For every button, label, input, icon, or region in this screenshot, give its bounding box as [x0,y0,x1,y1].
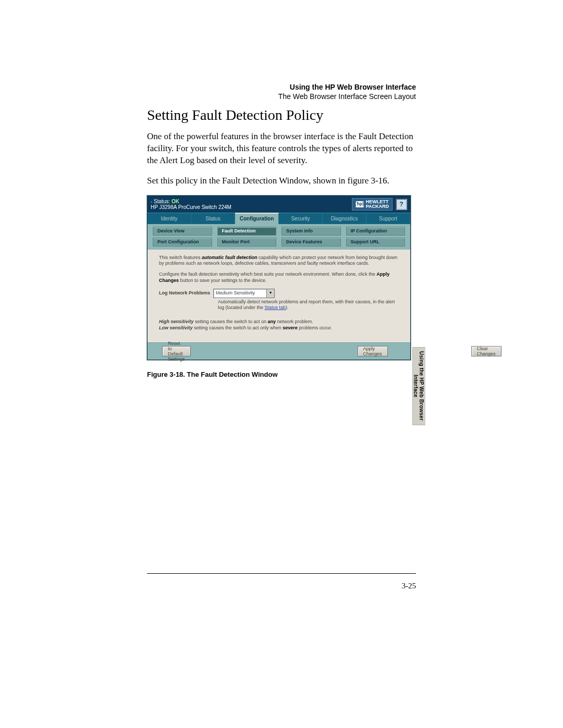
panel-content: This switch features automatic fault det… [148,250,410,335]
thumb-tab: Using the HP Web Browser Interface [412,347,425,425]
apply-button[interactable]: Apply Changes [358,346,388,356]
text-fragment: problems occur. [298,325,332,330]
figure-caption: Figure 3-18. The Fault Detection Window [147,371,423,378]
text-fragment-bold: severe [283,325,298,330]
body-paragraph-2: Set this policy in the Fault Detection W… [147,175,423,187]
button-bar: Reset to Default Settings Apply Changes … [148,342,410,360]
status-line: - Status: OK [151,199,231,204]
reset-button[interactable]: Reset to Default Settings [162,346,191,356]
text-fragment: Automatically detect network problems an… [218,299,395,310]
text-fragment: setting causes the switch to act only wh… [193,325,283,330]
text-fragment-bold: automatic fault detection [202,255,258,260]
sensitivity-notes: High sensitivity setting causes the swit… [159,319,399,331]
subtab-ip-configuration[interactable]: IP Configuration [346,227,406,236]
tab-identity[interactable]: Identity [148,213,191,224]
sub-tabs: Device View Fault Detection System Info … [148,224,410,250]
tab-status[interactable]: Status [191,213,235,224]
subtab-system-info[interactable]: System Info [282,227,341,236]
tab-security[interactable]: Security [279,213,323,224]
help-button[interactable]: ? [396,199,407,210]
subtab-fault-detection[interactable]: Fault Detection [217,227,277,236]
text-fragment-bold: any [268,319,276,324]
section-title: Setting Fault Detection Policy [147,107,423,124]
text-fragment: setting causes the switch to act on [194,319,268,324]
subtab-device-view[interactable]: Device View [153,227,212,236]
sensitivity-value: Medium Sensitivity [216,290,255,296]
app-window: - Status: OK HP J3298A ProCurve Switch 2… [147,195,411,360]
figure-fault-detection-window: - Status: OK HP J3298A ProCurve Switch 2… [147,195,423,378]
text-fragment: This switch features [159,255,202,260]
intro-paragraph-1: This switch features automatic fault det… [159,255,399,267]
sensitivity-helper: Automatically detect network problems an… [218,299,399,311]
tab-configuration[interactable]: Configuration [235,213,279,224]
hp-logo-mark-icon: ⟨hp⟩ [356,201,364,207]
status-label: - Status: [151,199,170,204]
text-fragment: network problem. [276,319,313,324]
status-value: OK [172,199,179,204]
intro-paragraph-2: Configure the fault detection sensitivit… [159,272,399,283]
chevron-down-icon: ▼ [266,289,274,298]
subtab-monitor-port[interactable]: Monitor Port [217,238,277,246]
running-head-sub: The Web Browser Interface Screen Layout [278,92,416,101]
hp-logo: ⟨hp⟩ HEWLETT PACKARD [352,198,393,211]
title-bar: - Status: OK HP J3298A ProCurve Switch 2… [148,196,410,213]
text-fragment: ). [286,305,289,310]
text-fragment-italic: Low sensitivity [159,325,193,330]
text-fragment: button to save your settings to the devi… [179,278,267,283]
tab-support[interactable]: Support [366,213,410,224]
subtab-port-configuration[interactable]: Port Configuration [153,238,212,246]
sensitivity-select[interactable]: Medium Sensitivity ▼ [213,289,275,298]
subtab-device-features[interactable]: Device Features [282,238,341,246]
status-tab-link[interactable]: Status tab [265,305,286,310]
thumb-tab-line2: Interface [413,375,419,398]
text-fragment: Configure the fault detection sensitivit… [159,272,376,277]
hp-logo-text2: PACKARD [366,204,389,209]
thumb-tab-line1: Using the HP Web Browser [419,351,424,421]
log-network-problems-label: Log Network Problems [159,290,210,296]
page-number: 3-25 [402,582,417,590]
device-name: HP J3298A ProCurve Switch 224M [151,204,231,210]
tab-diagnostics[interactable]: Diagnostics [323,213,366,224]
text-fragment-italic: High sensitivity [159,319,194,324]
footer-rule [147,573,416,574]
running-head: Using the HP Web Browser Interface The W… [278,82,416,101]
subtab-support-url[interactable]: Support URL [346,238,406,246]
running-head-title: Using the HP Web Browser Interface [278,82,416,92]
main-tabs: Identity Status Configuration Security D… [148,213,410,224]
body-paragraph-1: One of the powerful features in the brow… [147,131,423,167]
clear-button[interactable]: Clear Changes [471,346,501,356]
